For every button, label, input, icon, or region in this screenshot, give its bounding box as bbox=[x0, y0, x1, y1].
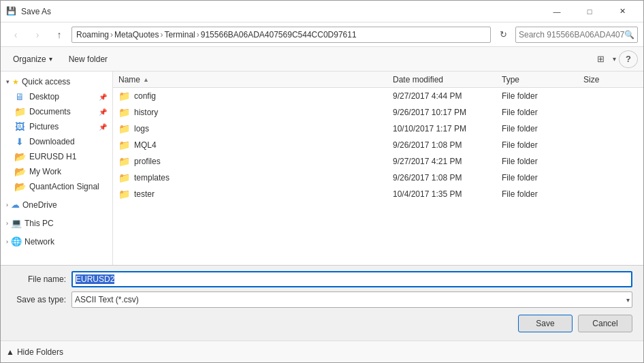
col-date-label: Date modified bbox=[393, 75, 443, 84]
close-button[interactable]: ✕ bbox=[607, 1, 638, 22]
file-type-cell: File folder bbox=[502, 124, 583, 133]
window-icon: 💾 bbox=[6, 6, 17, 17]
hide-folders-chevron-icon: ▲ bbox=[6, 347, 14, 357]
sidebar-item-quantaction[interactable]: 📂 QuantAction Signal bbox=[1, 179, 112, 194]
organize-button[interactable]: Organize ▾ bbox=[6, 50, 59, 68]
file-name-cell: 📁 logs bbox=[118, 123, 393, 134]
file-name-cell: 📁 profiles bbox=[118, 156, 393, 167]
search-icon: 🔍 bbox=[624, 30, 634, 40]
file-date-cell: 9/26/2017 1:08 PM bbox=[393, 173, 502, 183]
thispc-section: › 💻 This PC bbox=[1, 215, 112, 231]
sidebar-item-mywork[interactable]: 📂 My Work bbox=[1, 164, 112, 179]
file-date-cell: 10/10/2017 1:17 PM bbox=[393, 124, 502, 133]
table-row[interactable]: 📁 templates 9/26/2017 1:08 PM File folde… bbox=[113, 170, 643, 186]
pin-icon-3: 📌 bbox=[99, 123, 107, 131]
folder-icon: 📁 bbox=[118, 140, 130, 151]
col-header-size[interactable]: Size bbox=[583, 75, 638, 84]
col-header-type[interactable]: Type bbox=[502, 75, 583, 84]
pin-icon: 📌 bbox=[99, 93, 107, 101]
sidebar-item-pictures-label: Pictures bbox=[29, 122, 59, 131]
file-type-cell: File folder bbox=[502, 157, 583, 166]
col-header-name[interactable]: Name ▲ bbox=[118, 75, 393, 84]
organize-label: Organize bbox=[13, 54, 46, 64]
sidebar-item-eurusd[interactable]: 📂 EURUSD H1 bbox=[1, 149, 112, 164]
onedrive-chevron-icon: › bbox=[6, 202, 8, 208]
file-name: profiles bbox=[134, 157, 161, 166]
search-input[interactable] bbox=[519, 30, 624, 40]
table-row[interactable]: 📁 tester 10/4/2017 1:35 PM File folder bbox=[113, 186, 643, 202]
network-header[interactable]: › 🌐 Network bbox=[1, 234, 112, 249]
filename-input[interactable] bbox=[71, 271, 632, 287]
folder-icon: 📁 bbox=[118, 172, 130, 183]
file-list: 📁 config 9/27/2017 4:44 PM File folder 📁… bbox=[113, 88, 643, 265]
quick-access-section: ▾ ★ Quick access 🖥 Desktop 📌 📁 Documents… bbox=[1, 74, 112, 194]
table-row[interactable]: 📁 config 9/27/2017 4:44 PM File folder bbox=[113, 88, 643, 104]
folder-icon: 📁 bbox=[118, 123, 130, 134]
file-type-cell: File folder bbox=[502, 140, 583, 150]
save-button[interactable]: Save bbox=[518, 315, 573, 332]
table-row[interactable]: 📁 logs 10/10/2017 1:17 PM File folder bbox=[113, 121, 643, 137]
cancel-button[interactable]: Cancel bbox=[578, 315, 632, 332]
form-buttons: Save Cancel bbox=[12, 312, 632, 335]
file-type-cell: File folder bbox=[502, 91, 583, 101]
savetype-row: Save as type: ASCII Text (*.csv) ▾ bbox=[12, 291, 632, 308]
desktop-folder-icon: 🖥 bbox=[14, 91, 25, 102]
back-button[interactable]: ‹ bbox=[6, 25, 25, 44]
up-button[interactable]: ↑ bbox=[50, 25, 69, 44]
col-header-date[interactable]: Date modified bbox=[393, 75, 502, 84]
pin-icon-2: 📌 bbox=[99, 108, 107, 116]
sidebar-item-documents[interactable]: 📁 Documents 📌 bbox=[1, 104, 112, 119]
savetype-select[interactable]: ASCII Text (*.csv) bbox=[71, 291, 632, 308]
breadcrumb-separator: › bbox=[110, 30, 113, 40]
sidebar-item-desktop[interactable]: 🖥 Desktop 📌 bbox=[1, 89, 112, 104]
eurusd-folder-icon: 📂 bbox=[14, 151, 25, 162]
onedrive-header[interactable]: › ☁ OneDrive bbox=[1, 197, 112, 212]
quick-access-label: Quick access bbox=[22, 77, 70, 86]
table-row[interactable]: 📁 profiles 9/27/2017 4:21 PM File folder bbox=[113, 153, 643, 170]
title-bar: 💾 Save As — □ ✕ bbox=[1, 1, 643, 22]
downloaded-folder-icon: ⬇ bbox=[14, 136, 25, 147]
sidebar-item-desktop-label: Desktop bbox=[29, 92, 59, 101]
file-name: templates bbox=[134, 173, 170, 183]
bottom-bar: ▲ Hide Folders bbox=[1, 341, 643, 362]
folder-icon: 📁 bbox=[118, 189, 130, 200]
thispc-chevron-icon: › bbox=[6, 220, 8, 227]
sidebar-item-eurusd-label: EURUSD H1 bbox=[29, 152, 76, 161]
breadcrumb-part: Roaming bbox=[76, 30, 109, 40]
sidebar-item-downloaded[interactable]: ⬇ Downloaded bbox=[1, 134, 112, 149]
file-name: logs bbox=[134, 124, 149, 133]
quick-access-header[interactable]: ▾ ★ Quick access bbox=[1, 74, 112, 89]
file-date-cell: 10/4/2017 1:35 PM bbox=[393, 189, 502, 199]
table-row[interactable]: 📁 MQL4 9/26/2017 1:08 PM File folder bbox=[113, 137, 643, 153]
documents-folder-icon: 📁 bbox=[14, 106, 25, 117]
table-row[interactable]: 📁 history 9/26/2017 10:17 PM File folder bbox=[113, 104, 643, 121]
refresh-button[interactable]: ↻ bbox=[494, 25, 513, 44]
thispc-header[interactable]: › 💻 This PC bbox=[1, 215, 112, 231]
new-folder-label: New folder bbox=[69, 54, 108, 64]
thispc-icon: 💻 bbox=[11, 218, 22, 228]
col-name-label: Name bbox=[118, 75, 140, 84]
hide-folders-label: Hide Folders bbox=[17, 347, 63, 357]
form-area: File name: Save as type: ASCII Text (*.c… bbox=[1, 265, 643, 341]
hide-folders-button[interactable]: ▲ Hide Folders bbox=[6, 347, 63, 357]
search-box: 🔍 bbox=[515, 27, 638, 43]
file-name: history bbox=[134, 108, 158, 117]
breadcrumb-part: MetaQuotes bbox=[114, 30, 159, 40]
file-name-cell: 📁 tester bbox=[118, 189, 393, 200]
filename-label: File name: bbox=[12, 274, 66, 284]
onedrive-label: OneDrive bbox=[22, 200, 57, 210]
forward-button[interactable]: › bbox=[28, 25, 47, 44]
sidebar-item-pictures[interactable]: 🖼 Pictures 📌 bbox=[1, 119, 112, 134]
maximize-button[interactable]: □ bbox=[574, 1, 605, 22]
view-button[interactable]: ⊞ bbox=[591, 50, 610, 68]
nav-bar: ‹ › ↑ Roaming › MetaQuotes › Terminal › … bbox=[1, 22, 643, 47]
breadcrumb[interactable]: Roaming › MetaQuotes › Terminal › 915566… bbox=[71, 27, 491, 43]
onedrive-icon: ☁ bbox=[11, 200, 20, 210]
new-folder-button[interactable]: New folder bbox=[62, 50, 114, 68]
sidebar-item-quantaction-label: QuantAction Signal bbox=[29, 182, 99, 191]
minimize-button[interactable]: — bbox=[541, 1, 573, 22]
folder-icon: 📁 bbox=[118, 107, 130, 118]
help-button[interactable]: ? bbox=[619, 50, 638, 68]
filename-row: File name: bbox=[12, 271, 632, 287]
folder-icon: 📁 bbox=[118, 156, 130, 167]
